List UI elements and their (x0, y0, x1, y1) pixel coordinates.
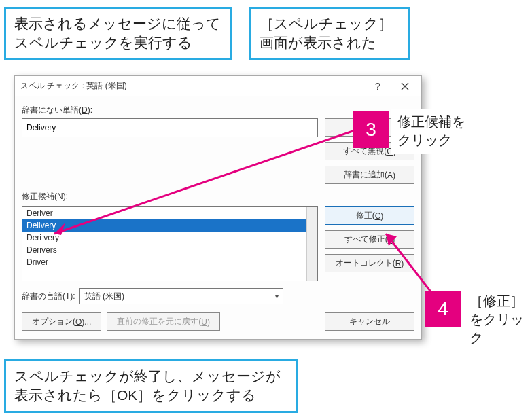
scrollbar[interactable] (306, 207, 317, 281)
options-button[interactable]: オプション(O)... (22, 312, 101, 331)
help-button[interactable]: ? (364, 77, 391, 95)
suggestions-label: 修正候補(N): (22, 191, 414, 202)
cancel-button[interactable]: キャンセル (325, 312, 414, 331)
list-item[interactable]: Delivery (22, 219, 306, 232)
chevron-down-icon: ▾ (275, 293, 279, 300)
not-in-dict-input[interactable] (22, 118, 318, 137)
undo-last-button[interactable]: 直前の修正を元に戻す(U) (107, 312, 220, 331)
step-4-label: ［修正］ をクリック (463, 288, 532, 351)
list-item[interactable]: Deriver (22, 207, 306, 219)
add-to-dict-button[interactable]: 辞書に追加(A) (325, 166, 414, 184)
dialog-titlebar: スペル チェック : 英語 (米国) ? (15, 76, 421, 96)
step-3-label: 修正候補を クリック (391, 109, 493, 154)
dict-lang-select[interactable]: 英語 (米国) ▾ (79, 288, 283, 304)
suggestions-listbox[interactable]: DeriverDeliveryDeri veryDeriversDriver (22, 206, 318, 281)
list-item[interactable]: Derivers (22, 244, 306, 256)
change-button[interactable]: 修正(C) (325, 206, 414, 225)
dict-lang-value: 英語 (米国) (84, 291, 124, 302)
dict-lang-label: 辞書の言語(T): (22, 291, 75, 302)
step-3-badge: 3 (353, 111, 389, 148)
dialog-title: スペル チェック : 英語 (米国) (20, 80, 364, 92)
callout-top-left: 表示されるメッセージに従って スペルチェックを実行する (4, 7, 232, 60)
autocorrect-button[interactable]: オートコレクト(R) (325, 254, 414, 272)
list-item[interactable]: Deri very (22, 232, 306, 244)
callout-top-right: ［スペルチェック］ 画面が表示された (249, 7, 410, 60)
close-button[interactable] (391, 77, 419, 95)
list-item[interactable]: Driver (22, 256, 306, 268)
callout-bottom: スペルチェックが終了し、メッセージが 表示されたら［OK］をクリックする (4, 359, 298, 413)
change-all-button[interactable]: すべて修正(L) (325, 230, 414, 249)
step-4-badge: 4 (425, 291, 461, 327)
close-icon (401, 82, 409, 90)
